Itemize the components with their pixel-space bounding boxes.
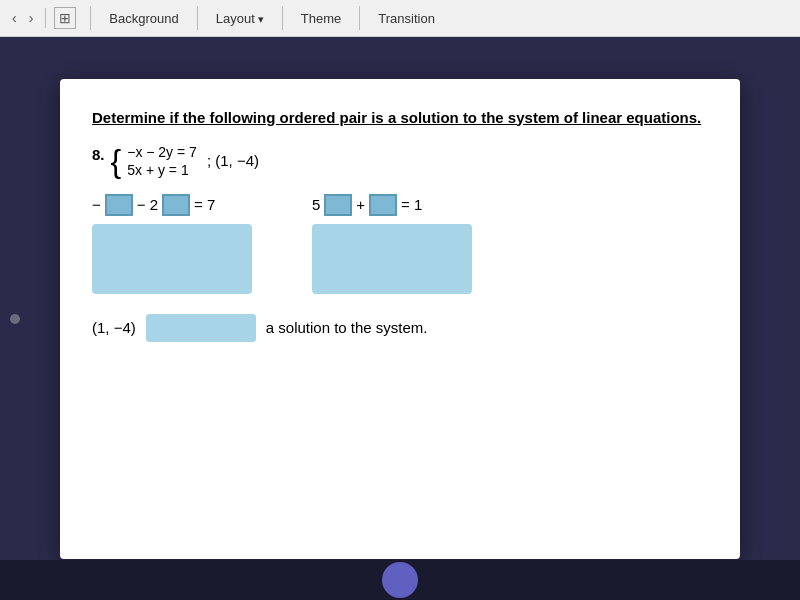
toolbar-divider-1 — [90, 6, 91, 30]
taskbar-icon[interactable] — [382, 562, 418, 598]
right-prefix: 5 — [312, 196, 320, 213]
back-arrow[interactable]: ‹ — [8, 8, 21, 28]
taskbar — [0, 560, 800, 600]
equation-system: { −x − 2y = 7 5x + y = 1 ; (1, −4) — [111, 144, 259, 178]
work-area-right[interactable] — [312, 224, 472, 294]
main-area: Determine if the following ordered pair … — [0, 37, 800, 600]
equation-row-right: 5 + = 1 — [312, 194, 472, 216]
forward-arrow[interactable]: › — [25, 8, 38, 28]
right-equals: = 1 — [401, 196, 422, 213]
theme-button[interactable]: Theme — [289, 0, 353, 37]
equation-line-1: −x − 2y = 7 — [127, 144, 197, 160]
equation-row-left: − − 2 = 7 — [92, 194, 252, 216]
slide-card: Determine if the following ordered pair … — [60, 79, 740, 559]
brace-symbol: { — [111, 145, 122, 177]
layout-button[interactable]: Layout — [204, 0, 276, 37]
right-plus: + — [356, 196, 365, 213]
fill-box-right-1[interactable] — [324, 194, 352, 216]
fill-box-left-1[interactable] — [105, 194, 133, 216]
expand-icon[interactable]: ⊞ — [54, 7, 76, 29]
work-rows: − − 2 = 7 5 + = 1 — [92, 194, 708, 294]
equation-lines: −x − 2y = 7 5x + y = 1 — [127, 144, 197, 178]
fill-box-right-2[interactable] — [369, 194, 397, 216]
solution-prefix: (1, −4) — [92, 319, 136, 336]
solution-suffix: a solution to the system. — [266, 319, 428, 336]
solution-fill-box[interactable] — [146, 314, 256, 342]
problem-number: 8. — [92, 146, 105, 163]
left-dot — [10, 314, 20, 324]
ordered-pair: ; (1, −4) — [207, 152, 259, 169]
work-col-left: − − 2 = 7 — [92, 194, 252, 294]
work-area-left[interactable] — [92, 224, 252, 294]
toolbar-divider-2 — [197, 6, 198, 30]
background-button[interactable]: Background — [97, 0, 190, 37]
equation-line-2: 5x + y = 1 — [127, 162, 197, 178]
toolbar-divider-3 — [282, 6, 283, 30]
solution-row: (1, −4) a solution to the system. — [92, 314, 708, 342]
toolbar-divider-4 — [359, 6, 360, 30]
left-prefix: − — [92, 196, 101, 213]
fill-box-left-2[interactable] — [162, 194, 190, 216]
problem-section: 8. { −x − 2y = 7 5x + y = 1 ; (1, −4) − — [92, 144, 708, 342]
left-equals: = 7 — [194, 196, 215, 213]
slide-title: Determine if the following ordered pair … — [92, 107, 708, 128]
work-col-right: 5 + = 1 — [312, 194, 472, 294]
nav-separator — [45, 8, 46, 28]
toolbar-nav: ‹ › ⊞ — [8, 7, 76, 29]
toolbar: ‹ › ⊞ Background Layout Theme Transition — [0, 0, 800, 37]
transition-button[interactable]: Transition — [366, 0, 447, 37]
problem-header: 8. { −x − 2y = 7 5x + y = 1 ; (1, −4) — [92, 144, 708, 178]
left-minus: − 2 — [137, 196, 158, 213]
